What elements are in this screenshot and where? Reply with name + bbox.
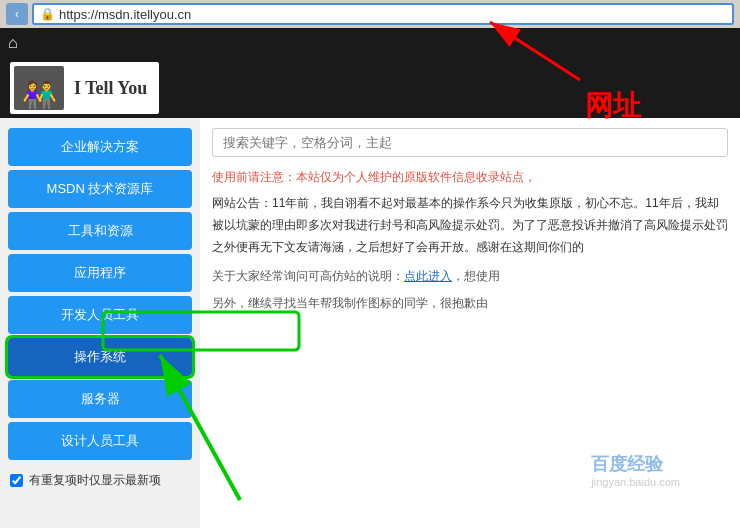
announcement: 网站公告：11年前，我自诩看不起对最基本的操作系今只为收集原版，初心不忘。11年…	[212, 193, 728, 258]
duplicate-checkbox[interactable]	[10, 474, 23, 487]
checkbox-label: 有重复项时仅显示最新项	[29, 472, 161, 489]
baidu-url: jingyan.baidu.com	[591, 476, 680, 488]
home-button[interactable]: ⌂	[8, 34, 18, 52]
lock-icon: 🔒	[40, 7, 55, 21]
sidebar-item-devtools[interactable]: 开发人员工具	[8, 296, 192, 334]
notice-text: 使用前请注意：本站仅为个人维护的原版软件信息收录站点， 网站公告：11年前，我自…	[212, 167, 728, 313]
sidebar-item-designer[interactable]: 设计人员工具	[8, 422, 192, 460]
browser-titlebar: ‹ 🔒	[0, 0, 740, 28]
site-title: I Tell You	[74, 78, 147, 99]
checkbox-area: 有重复项时仅显示最新项	[8, 472, 192, 489]
notice-header: 使用前请注意：本站仅为个人维护的原版软件信息收录站点，	[212, 170, 536, 184]
back-icon: ‹	[15, 7, 19, 21]
logo-figures: 👫	[22, 82, 57, 110]
baidu-watermark: 百度经验 jingyan.baidu.com	[591, 452, 680, 488]
site-header: 👫 I Tell You	[0, 58, 740, 118]
sidebar-item-msdn[interactable]: MSDN 技术资源库	[8, 170, 192, 208]
address-bar[interactable]: 🔒	[32, 3, 734, 25]
sidebar: 企业解决方案 MSDN 技术资源库 工具和资源 应用程序 开发人员工具 操作系统…	[0, 118, 200, 528]
sidebar-item-os[interactable]: 操作系统	[8, 338, 192, 376]
sidebar-item-tools[interactable]: 工具和资源	[8, 212, 192, 250]
logo-image: 👫	[14, 66, 64, 110]
visit-link[interactable]: 点此进入	[404, 269, 452, 283]
footer-text: 另外，继续寻找当年帮我制作图标的同学，很抱歉由	[212, 293, 728, 313]
sidebar-item-apps[interactable]: 应用程序	[8, 254, 192, 292]
link-text: 关于大家经常询问可高仿站的说明：点此进入，想使用	[212, 266, 728, 286]
browser-navbar: ⌂	[0, 28, 740, 58]
back-button[interactable]: ‹	[6, 3, 28, 25]
baidu-logo: 百度经验	[591, 452, 680, 476]
sidebar-item-enterprise[interactable]: 企业解决方案	[8, 128, 192, 166]
sidebar-item-server[interactable]: 服务器	[8, 380, 192, 418]
site-logo-area: 👫 I Tell You	[10, 62, 159, 114]
address-input[interactable]	[59, 7, 726, 22]
search-input[interactable]	[212, 128, 728, 157]
